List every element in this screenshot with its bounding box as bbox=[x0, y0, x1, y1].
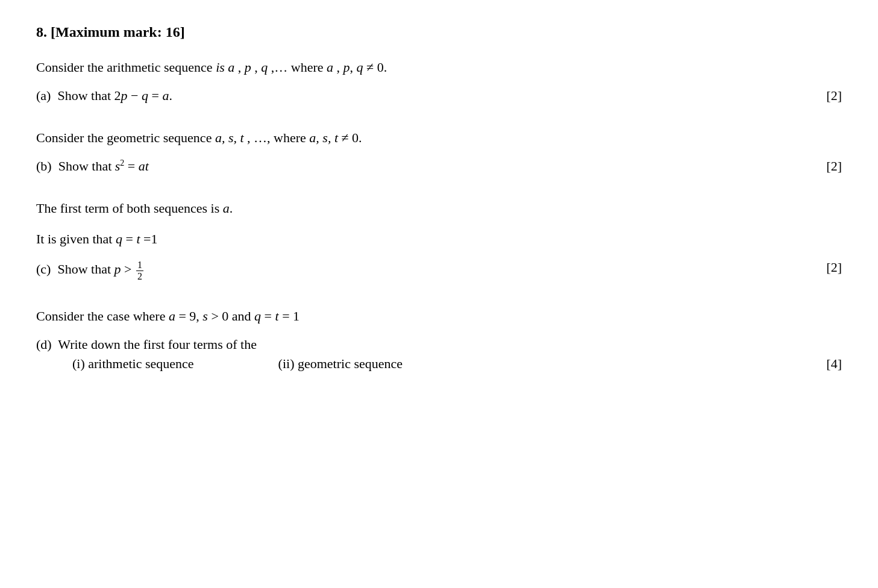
italic-q-case: q bbox=[254, 308, 261, 324]
part-c-marks: [2] bbox=[806, 260, 842, 275]
fraction-numerator: 1 bbox=[136, 260, 143, 271]
intro-geometric-section: Consider the geometric sequence a, s, t … bbox=[36, 128, 842, 174]
italic-a-s-t: a, s, t bbox=[215, 130, 244, 145]
italic-p1: p bbox=[245, 60, 251, 75]
italic-is-a: is a bbox=[216, 60, 234, 75]
italic-q-info: q bbox=[116, 231, 122, 246]
part-a-marks: [2] bbox=[806, 88, 842, 104]
fraction-denominator: 2 bbox=[136, 271, 143, 282]
part-d-row: (d) Write down the first four terms of t… bbox=[36, 337, 842, 352]
italic-p-a: p bbox=[121, 88, 128, 103]
info-given-qt: It is given that q = t =1 bbox=[36, 229, 842, 249]
italic-a1: a bbox=[327, 60, 333, 75]
italic-s-case: s bbox=[202, 308, 208, 324]
part-d-text: (d) Write down the first four terms of t… bbox=[36, 337, 842, 352]
italic-t-case: t bbox=[275, 308, 279, 324]
sub-parts-content: (i) arithmetic sequence (ii) geometric s… bbox=[36, 356, 806, 372]
part-b-text: (b) Show that s2 = at bbox=[36, 158, 806, 174]
part-c-text: (c) Show that p > 12 bbox=[36, 260, 806, 281]
case-intro-text: Consider the case where a = 9, s > 0 and… bbox=[36, 306, 842, 326]
sub-part-i: (i) arithmetic sequence bbox=[36, 356, 194, 372]
italic-p2: p bbox=[343, 60, 350, 75]
max-mark-label: [Maximum mark: 16] bbox=[51, 24, 185, 40]
sub-parts-row: (i) arithmetic sequence (ii) geometric s… bbox=[36, 356, 842, 372]
fraction-half: 12 bbox=[136, 260, 143, 281]
part-b-row: (b) Show that s2 = at [2] bbox=[36, 158, 842, 174]
italic-t-info: t bbox=[136, 231, 140, 246]
part-d-marks: [4] bbox=[806, 356, 842, 372]
question-header: 8. [Maximum mark: 16] bbox=[36, 24, 842, 40]
italic-a-info: a bbox=[223, 201, 230, 216]
intro-arithmetic-section: Consider the arithmetic sequence is a , … bbox=[36, 57, 842, 104]
sub-part-i-label: (i) arithmetic sequence bbox=[72, 356, 194, 371]
italic-p-c: p bbox=[114, 261, 121, 277]
part-b-marks: [2] bbox=[806, 158, 842, 174]
case-section: Consider the case where a = 9, s > 0 and… bbox=[36, 306, 842, 372]
part-a-text: (a) Show that 2p − q = a. bbox=[36, 88, 806, 104]
superscript-2-b: 2 bbox=[120, 158, 124, 167]
intro-arithmetic-text: Consider the arithmetic sequence is a , … bbox=[36, 57, 842, 77]
italic-a-a: a bbox=[162, 88, 169, 103]
question-number: 8. bbox=[36, 24, 47, 40]
part-c-row: (c) Show that p > 12 [2] bbox=[36, 260, 842, 281]
italic-q-a: q bbox=[142, 88, 148, 103]
info-first-term: The first term of both sequences is a. bbox=[36, 198, 842, 218]
sub-part-ii-label: (ii) geometric sequence bbox=[278, 356, 403, 371]
info-section: The first term of both sequences is a. I… bbox=[36, 198, 842, 281]
italic-a-s-t-2: a, s, t bbox=[309, 130, 338, 145]
part-a-row: (a) Show that 2p − q = a. [2] bbox=[36, 88, 842, 104]
italic-q2: q bbox=[357, 60, 363, 75]
italic-at-b: at bbox=[139, 158, 149, 174]
italic-q1: q bbox=[261, 60, 268, 75]
intro-geometric-text: Consider the geometric sequence a, s, t … bbox=[36, 128, 842, 148]
question-container: 8. [Maximum mark: 16] Consider the arith… bbox=[36, 24, 842, 372]
italic-a-case: a bbox=[169, 308, 175, 324]
sub-part-ii: (ii) geometric sequence bbox=[278, 356, 403, 372]
